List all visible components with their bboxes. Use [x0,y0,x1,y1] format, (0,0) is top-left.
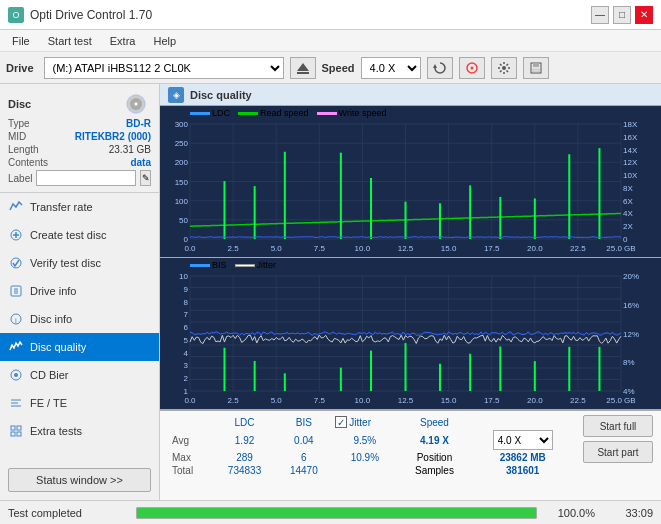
type-value: BD-R [126,118,151,129]
eject-button[interactable] [290,57,316,79]
read-speed-color [238,112,258,115]
jitter-color [235,264,255,267]
bis-header: BIS [276,415,331,429]
position-label-cell: Position [398,451,470,464]
mid-label: MID [8,131,26,142]
menubar: File Start test Extra Help [0,30,661,52]
svg-point-4 [470,66,473,69]
maximize-button[interactable]: □ [613,6,631,24]
speed-dropdown[interactable]: 4.0 X [493,430,553,450]
settings-button[interactable] [491,57,517,79]
sidebar-item-drive-info[interactable]: Drive info [0,277,159,305]
nav-label-create-test-disc: Create test disc [30,229,106,241]
max-label: Max [168,451,213,464]
quality-header: ◈ Disc quality [160,84,661,106]
progress-bar-container [136,507,537,519]
extra-tests-icon [8,423,24,439]
svg-rect-8 [533,69,539,72]
minimize-button[interactable]: — [591,6,609,24]
sidebar-item-transfer-rate[interactable]: Transfer rate [0,193,159,221]
drive-select[interactable]: (M:) ATAPI iHBS112 2 CL0K [44,57,284,79]
nav-label-disc-info: Disc info [30,313,72,325]
nav-label-verify-test-disc: Verify test disc [30,257,101,269]
statusbar: Test completed 100.0% 33:09 [0,500,661,524]
label-input[interactable] [36,170,136,186]
svg-rect-1 [297,72,309,74]
sidebar-item-verify-test-disc[interactable]: Verify test disc [0,249,159,277]
disc-panel: Disc Type BD-R MID RITEKBR2 (000) Length… [0,88,159,193]
write-speed-legend-item: Write speed [317,108,387,118]
bis-avg: 0.04 [276,429,331,451]
titlebar-controls: — □ ✕ [591,6,653,24]
sidebar-item-cd-bier[interactable]: CD Bier [0,361,159,389]
total-label: Total [168,464,213,477]
sidebar-item-disc-info[interactable]: i Disc info [0,305,159,333]
disc-info-icon: i [8,311,24,327]
drive-info-icon [8,283,24,299]
ldc-chart: LDC Read speed Write speed [160,106,661,258]
disc-quality-icon [8,339,24,355]
disc-icon [121,94,151,114]
bis-canvas [160,258,661,409]
write-speed-color [317,112,337,115]
svg-point-24 [14,373,18,377]
progress-text: 100.0% [545,507,595,519]
svg-rect-31 [17,432,21,436]
nav-label-drive-info: Drive info [30,285,76,297]
sidebar: Disc Type BD-R MID RITEKBR2 (000) Length… [0,84,160,500]
contents-label: Contents [8,157,48,168]
bis-total: 14470 [276,464,331,477]
transfer-rate-icon [8,199,24,215]
menu-start-test[interactable]: Start test [40,33,100,49]
svg-point-11 [134,102,138,106]
position-value: 23862 MB [500,452,546,463]
sidebar-item-fe-te[interactable]: FE / TE [0,389,159,417]
time-text: 33:09 [603,507,653,519]
ldc-total: 734833 [213,464,277,477]
fe-te-icon [8,395,24,411]
menu-file[interactable]: File [4,33,38,49]
menu-extra[interactable]: Extra [102,33,144,49]
titlebar: O Opti Drive Control 1.70 — □ ✕ [0,0,661,30]
close-button[interactable]: ✕ [635,6,653,24]
main-area: Disc Type BD-R MID RITEKBR2 (000) Length… [0,84,661,500]
ldc-legend-item: LDC [190,108,230,118]
menu-help[interactable]: Help [145,33,184,49]
sidebar-item-create-test-disc[interactable]: Create test disc [0,221,159,249]
start-full-button[interactable]: Start full [583,415,653,437]
svg-rect-29 [17,426,21,430]
max-row: Max 289 6 10.9% Position 23862 MB [168,451,575,464]
bis-legend-item: BIS [190,260,227,270]
jitter-legend-item: Jitter [235,260,277,270]
save-button[interactable] [523,57,549,79]
jitter-avg: 9.5% [331,429,398,451]
samples-value-cell: 381601 [470,464,575,477]
type-label: Type [8,118,30,129]
create-disc-icon [8,227,24,243]
label-field-label: Label [8,173,32,184]
jitter-checkbox[interactable]: ✓ [335,416,347,428]
svg-point-5 [502,66,506,70]
label-edit-button[interactable]: ✎ [140,170,151,186]
bis-color [190,264,210,267]
jitter-max: 10.9% [331,451,398,464]
read-speed-label: Read speed [260,108,309,118]
ldc-header: LDC [213,415,277,429]
position-value-cell: 23862 MB [470,451,575,464]
samples-label-cell: Samples [398,464,470,477]
svg-rect-28 [11,426,15,430]
drive-label: Drive [6,62,34,74]
sidebar-item-extra-tests[interactable]: Extra tests [0,417,159,445]
speed-select[interactable]: 4.0 X [361,57,421,79]
disc-button[interactable] [459,57,485,79]
length-label: Length [8,144,39,155]
start-part-button[interactable]: Start part [583,441,653,463]
contents-value: data [130,157,151,168]
jitter-label: Jitter [257,260,277,270]
action-buttons: Start full Start part [583,415,653,463]
sidebar-item-disc-quality[interactable]: Disc quality [0,333,159,361]
refresh-button[interactable] [427,57,453,79]
svg-rect-7 [533,63,539,67]
status-window-button[interactable]: Status window >> [8,468,151,492]
ldc-avg: 1.92 [213,429,277,451]
